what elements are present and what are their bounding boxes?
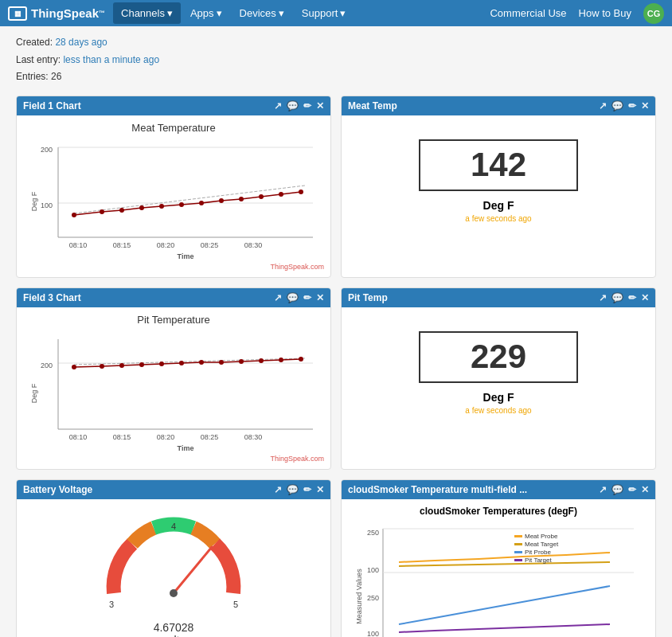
support-dropdown-icon: ▾: [340, 7, 346, 19]
multifield-header: cloudSmoker Temperature multi-field ... …: [342, 480, 655, 499]
howtobuy-link[interactable]: How to Buy: [579, 7, 631, 19]
svg-point-50: [129, 549, 218, 617]
field3-header: Field 3 Chart ↗ 💬 ✏ ✕: [17, 288, 330, 307]
svg-point-52: [170, 589, 178, 597]
multifield-comment-icon[interactable]: 💬: [611, 484, 623, 495]
brand-name: ThingSpeak: [31, 6, 99, 20]
field1-external-icon[interactable]: ↗: [274, 100, 282, 111]
lastentry-value[interactable]: less than a minute ago: [63, 54, 159, 65]
pit-temp-edit-icon[interactable]: ✏: [628, 292, 636, 303]
svg-text:Meat Probe: Meat Probe: [525, 533, 558, 540]
multifield-external-icon[interactable]: ↗: [599, 484, 607, 495]
svg-rect-74: [514, 535, 522, 537]
field1-edit-icon[interactable]: ✏: [303, 100, 311, 111]
svg-rect-78: [514, 551, 522, 553]
multifield-widget: cloudSmoker Temperature multi-field ... …: [341, 479, 656, 637]
nav-support[interactable]: Support ▾: [294, 2, 354, 24]
nav-apps[interactable]: Apps ▾: [182, 2, 230, 24]
field1-title: Field 1 Chart: [23, 100, 274, 111]
pit-temp-comment-icon[interactable]: 💬: [611, 292, 623, 303]
nav-channels[interactable]: Channels ▾: [113, 2, 181, 24]
svg-point-49: [299, 357, 303, 361]
svg-point-16: [119, 208, 124, 213]
svg-rect-76: [514, 543, 522, 545]
meat-temp-title: Meat Temp: [348, 100, 599, 111]
field3-title: Field 3 Chart: [23, 292, 274, 303]
svg-line-37: [74, 358, 305, 365]
field3-chart-title: Pit Temperature: [23, 314, 324, 326]
brand-logo[interactable]: ▦ ThingSpeak ™: [8, 6, 105, 21]
field3-comment-icon[interactable]: 💬: [287, 292, 299, 303]
battery-value: 4.67028 volts: [154, 621, 194, 637]
field3-close-icon[interactable]: ✕: [316, 292, 324, 303]
meat-temp-comment-icon[interactable]: 💬: [611, 100, 623, 111]
field1-close-icon[interactable]: ✕: [316, 100, 324, 111]
brand-tm: ™: [99, 10, 105, 17]
pit-temp-external-icon[interactable]: ↗: [599, 292, 607, 303]
meat-temp-value: 142: [471, 146, 526, 184]
battery-icons: ↗ 💬 ✏ ✕: [274, 484, 324, 495]
field3-edit-icon[interactable]: ✏: [303, 292, 311, 303]
nav-right: Commercial Use How to Buy CG: [490, 3, 664, 24]
svg-text:08:15: 08:15: [113, 241, 131, 249]
lastentry-label: Last entry:: [16, 54, 61, 65]
meat-temp-value-box: 142: [419, 139, 578, 191]
svg-text:Meat Target: Meat Target: [525, 541, 559, 548]
multifield-chart-title: cloudSmoker Temperatures (degF): [348, 506, 649, 517]
svg-text:08:10: 08:10: [69, 433, 88, 441]
svg-text:Deg F: Deg F: [30, 191, 38, 211]
svg-text:5: 5: [233, 600, 238, 609]
pit-temp-value-box: 229: [419, 331, 578, 383]
svg-text:08:20: 08:20: [157, 241, 175, 249]
svg-point-40: [119, 363, 124, 368]
svg-text:Measured Values: Measured Values: [355, 569, 363, 624]
battery-external-icon[interactable]: ↗: [274, 484, 282, 495]
battery-edit-icon[interactable]: ✏: [303, 484, 311, 495]
commercial-link[interactable]: Commercial Use: [490, 7, 566, 19]
meat-temp-widget: Meat Temp ↗ 💬 ✏ ✕ 142 Deg F a few second…: [341, 96, 656, 278]
user-avatar[interactable]: CG: [643, 3, 664, 24]
multifield-title: cloudSmoker Temperature multi-field ...: [348, 484, 599, 495]
pit-temp-title: Pit Temp: [348, 292, 599, 303]
meat-temp-icons: ↗ 💬 ✏ ✕: [599, 100, 649, 111]
battery-body: 3 4 5 4.67028 volts: [17, 499, 330, 637]
field1-svg: 200 100 Deg F 08:10 08:15 08:20: [23, 138, 324, 261]
field3-thingspeak: ThingSpeak.com: [23, 455, 324, 463]
nav-devices[interactable]: Devices ▾: [232, 2, 292, 24]
battery-close-icon[interactable]: ✕: [316, 484, 324, 495]
created-value[interactable]: 28 days ago: [55, 37, 107, 48]
svg-text:3: 3: [109, 600, 114, 609]
created-label: Created:: [16, 37, 53, 48]
battery-comment-icon[interactable]: 💬: [287, 484, 299, 495]
svg-text:Pit Probe: Pit Probe: [525, 549, 551, 556]
multifield-edit-icon[interactable]: ✏: [628, 484, 636, 495]
svg-text:100: 100: [41, 201, 53, 209]
field3-icons: ↗ 💬 ✏ ✕: [274, 292, 324, 303]
svg-point-18: [159, 204, 164, 209]
meat-temp-close-icon[interactable]: ✕: [641, 100, 649, 111]
pit-temp-header: Pit Temp ↗ 💬 ✏ ✕: [342, 288, 655, 307]
multifield-svg: 250 100 250 100 Measured Values 08:08: [348, 521, 649, 637]
svg-text:08:25: 08:25: [201, 433, 219, 441]
battery-gauge-svg: 3 4 5: [94, 514, 253, 617]
field1-comment-icon[interactable]: 💬: [287, 100, 299, 111]
field1-thingspeak: ThingSpeak.com: [23, 263, 324, 271]
pit-temp-icons: ↗ 💬 ✏ ✕: [599, 292, 649, 303]
multifield-close-icon[interactable]: ✕: [641, 484, 649, 495]
meat-temp-edit-icon[interactable]: ✏: [628, 100, 636, 111]
meat-temp-external-icon[interactable]: ↗: [599, 100, 607, 111]
main-content: Created: 28 days ago Last entry: less th…: [0, 26, 672, 637]
pit-temp-close-icon[interactable]: ✕: [641, 292, 649, 303]
svg-point-19: [179, 202, 184, 207]
svg-text:4: 4: [171, 522, 176, 531]
svg-text:08:25: 08:25: [201, 241, 219, 249]
svg-text:200: 200: [41, 146, 53, 154]
svg-point-15: [100, 209, 104, 214]
pit-temp-timestamp: a few seconds ago: [357, 406, 639, 415]
svg-text:08:30: 08:30: [244, 241, 263, 249]
svg-point-25: [299, 190, 303, 194]
svg-text:100: 100: [367, 630, 379, 637]
battery-title: Battery Voltage: [23, 484, 274, 495]
svg-line-13: [74, 186, 305, 213]
field3-external-icon[interactable]: ↗: [274, 292, 282, 303]
